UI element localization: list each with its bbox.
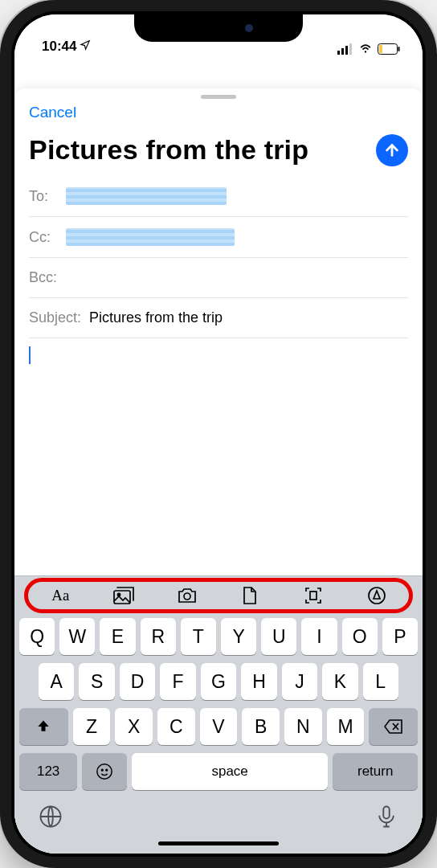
home-indicator[interactable] [158,841,279,845]
subject-value[interactable]: Pictures from the trip [89,309,408,326]
key-u[interactable]: U [261,618,296,655]
status-time: 10:44 [42,39,76,55]
camera-button[interactable] [176,584,198,607]
svg-rect-1 [341,48,344,55]
screen: 10:44 [14,14,423,854]
key-d[interactable]: D [120,663,155,700]
key-x[interactable]: X [115,708,153,745]
globe-key[interactable] [39,805,63,831]
numeric-key[interactable]: 123 [19,753,77,790]
subject-field[interactable]: Subject: Pictures from the trip [29,298,408,338]
key-v[interactable]: V [200,708,238,745]
page-title: Pictures from the trip [29,135,368,165]
cancel-button[interactable]: Cancel [29,104,76,121]
cc-value-redacted [66,228,235,246]
svg-rect-16 [383,807,390,819]
key-k[interactable]: K [322,663,357,700]
annotation-highlight [24,578,413,613]
key-row-2: A S D F G H J K L [19,663,418,700]
photo-library-button[interactable] [112,584,135,607]
send-button[interactable] [376,134,408,166]
bcc-label: Bcc: [29,269,58,286]
svg-rect-2 [345,46,348,55]
battery-icon [378,43,400,55]
location-icon [80,39,91,55]
key-h[interactable]: H [241,663,276,700]
key-q[interactable]: Q [19,618,55,655]
svg-point-12 [97,764,112,779]
svg-point-14 [106,769,108,771]
markup-button[interactable] [366,584,388,607]
key-m[interactable]: M [327,708,365,745]
message-body[interactable] [14,338,423,575]
attach-document-button[interactable] [239,584,261,607]
dictation-key[interactable] [374,805,398,831]
cellular-icon [337,43,353,55]
key-e[interactable]: E [100,618,135,655]
svg-rect-5 [398,47,400,51]
key-o[interactable]: O [342,618,378,655]
key-row-1: Q W E R T Y U I O P [19,618,418,655]
scan-document-button[interactable] [302,584,325,607]
wifi-icon [358,43,373,55]
space-key[interactable]: space [132,753,329,790]
backspace-key[interactable] [369,708,418,745]
keyboard-area: Aa [14,575,423,854]
bcc-field[interactable]: Bcc: [29,258,408,298]
svg-rect-10 [310,592,317,600]
svg-point-9 [184,593,190,600]
key-t[interactable]: T [181,618,216,655]
text-format-button[interactable]: Aa [49,584,71,607]
text-cursor [29,346,31,364]
key-w[interactable]: W [59,618,95,655]
svg-rect-7 [114,591,130,604]
header-fields: To: Cc: Bcc: Subject: Pictures from the … [14,176,423,338]
phone-frame: 10:44 [0,0,437,868]
cc-field[interactable]: Cc: [29,217,408,258]
notch [134,14,303,42]
key-a[interactable]: A [39,663,74,700]
key-g[interactable]: G [201,663,236,700]
key-c[interactable]: C [157,708,195,745]
key-row-4: 123 space return [19,753,418,790]
to-field[interactable]: To: [29,176,408,217]
keyboard: Q W E R T Y U I O P A [14,615,423,800]
key-z[interactable]: Z [73,708,111,745]
svg-rect-6 [379,45,382,53]
emoji-key[interactable] [82,753,127,790]
to-label: To: [29,188,58,205]
key-i[interactable]: I [301,618,337,655]
return-key[interactable]: return [333,753,418,790]
shift-key[interactable] [19,708,68,745]
svg-rect-0 [337,51,340,55]
key-s[interactable]: S [79,663,114,700]
svg-point-13 [101,769,103,771]
key-y[interactable]: Y [221,618,256,655]
key-r[interactable]: R [141,618,176,655]
compose-sheet: Cancel Pictures from the trip To: Cc: [14,88,423,854]
key-b[interactable]: B [242,708,280,745]
key-l[interactable]: L [363,663,398,700]
key-row-3: Z X C V B N M [19,708,418,745]
key-j[interactable]: J [282,663,317,700]
key-f[interactable]: F [160,663,195,700]
key-n[interactable]: N [284,708,322,745]
subject-label: Subject: [29,309,81,326]
svg-rect-3 [349,43,352,55]
to-value-redacted [66,187,227,205]
cc-label: Cc: [29,229,58,246]
key-p[interactable]: P [382,618,418,655]
phone-bezel: 10:44 [11,11,426,857]
format-toolbar: Aa [14,576,423,615]
